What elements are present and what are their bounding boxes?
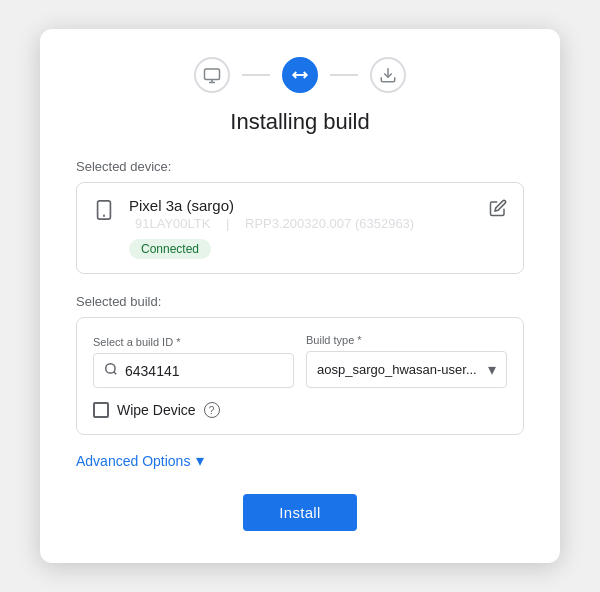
- stepper-divider-1: [242, 74, 270, 76]
- phone-icon: [93, 199, 115, 227]
- edit-device-icon[interactable]: [489, 199, 507, 222]
- build-type-group: Build type * aosp_sargo_hwasan-user... ▾: [306, 334, 507, 388]
- build-id-group: Select a build ID * 6434141: [93, 336, 294, 388]
- advanced-options-label: Advanced Options: [76, 453, 190, 469]
- advanced-options-row[interactable]: Advanced Options ▾: [76, 451, 524, 470]
- device-build: RPP3.200320.007 (6352963): [245, 216, 414, 231]
- wipe-device-checkbox[interactable]: [93, 402, 109, 418]
- device-id: 91LAY00LTK: [135, 216, 210, 231]
- device-card: Pixel 3a (sargo) 91LAY00LTK | RPP3.20032…: [76, 182, 524, 274]
- wipe-device-label: Wipe Device: [117, 402, 196, 418]
- wipe-device-help-icon[interactable]: ?: [204, 402, 220, 418]
- build-type-value: aosp_sargo_hwasan-user...: [317, 362, 477, 377]
- search-icon: [104, 362, 118, 379]
- transfer-step-icon: [282, 57, 318, 93]
- svg-rect-0: [205, 69, 220, 80]
- stepper: [76, 57, 524, 93]
- install-button[interactable]: Install: [243, 494, 356, 531]
- download-step-icon: [370, 57, 406, 93]
- selected-build-label: Selected build:: [76, 294, 524, 309]
- build-row: Select a build ID * 6434141 Build type *…: [93, 334, 507, 388]
- build-type-select[interactable]: aosp_sargo_hwasan-user... ▾: [306, 351, 507, 388]
- build-id-label: Select a build ID *: [93, 336, 294, 348]
- device-info: Pixel 3a (sargo) 91LAY00LTK | RPP3.20032…: [129, 197, 475, 259]
- svg-line-8: [114, 372, 117, 375]
- selected-device-label: Selected device:: [76, 159, 524, 174]
- device-name: Pixel 3a (sargo): [129, 197, 475, 214]
- dialog-footer: Install: [76, 494, 524, 531]
- device-step-icon: [194, 57, 230, 93]
- installing-build-dialog: Installing build Selected device: Pixel …: [40, 29, 560, 563]
- build-id-input[interactable]: 6434141: [93, 353, 294, 388]
- dialog-title: Installing build: [76, 109, 524, 135]
- connected-badge: Connected: [129, 239, 211, 259]
- wipe-device-row: Wipe Device ?: [93, 402, 507, 418]
- build-id-value: 6434141: [125, 363, 180, 379]
- svg-point-7: [106, 364, 115, 373]
- separator: |: [226, 216, 229, 231]
- chevron-down-icon: ▾: [196, 451, 204, 470]
- device-details: 91LAY00LTK | RPP3.200320.007 (6352963): [129, 216, 475, 231]
- stepper-divider-2: [330, 74, 358, 76]
- build-type-label: Build type *: [306, 334, 507, 346]
- chevron-down-icon: ▾: [488, 360, 496, 379]
- build-card: Select a build ID * 6434141 Build type *…: [76, 317, 524, 435]
